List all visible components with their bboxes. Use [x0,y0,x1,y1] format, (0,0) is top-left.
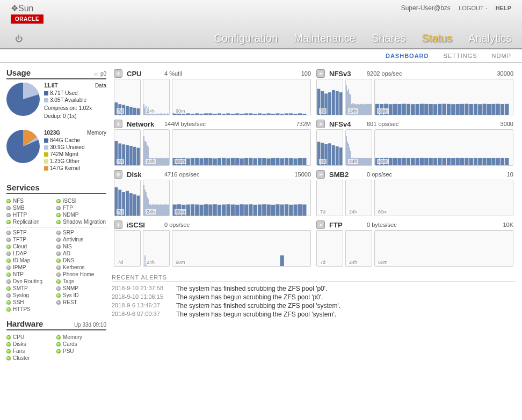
spark-60m[interactable]: 60m [374,180,513,216]
service-srp[interactable]: SRP [56,229,106,236]
weather-icon[interactable]: ☀ [114,69,122,78]
service-phone-home[interactable]: Phone Home [56,271,106,278]
spark-60m[interactable]: 60m [374,129,513,166]
spark-7d[interactable]: 7d [316,180,343,216]
service-kerberos[interactable]: Kerberos [56,264,106,271]
nav-maintenance[interactable]: Maintenance [294,32,356,45]
svg-rect-119 [487,104,491,115]
service-ssh[interactable]: SSH [6,299,56,306]
spark-24h[interactable]: 24h [143,180,170,216]
svg-rect-168 [231,158,235,165]
spark-24h[interactable]: 24h [143,230,170,267]
svg-rect-38 [195,113,199,115]
svg-rect-211 [367,158,367,165]
weather-icon[interactable]: ☀ [114,120,122,128]
service-https[interactable]: HTTPS [6,306,56,313]
spark-7d[interactable]: 7d [316,79,343,115]
subnav-settings[interactable]: SETTINGS [444,53,477,59]
service-tags[interactable]: Tags [56,278,106,285]
service-ftp[interactable]: FTP [56,204,106,211]
service-cpu[interactable]: CPU [6,334,56,341]
weather-icon[interactable]: ☀ [114,220,122,229]
weather-icon[interactable]: ☀ [114,170,122,179]
expand-icon[interactable]: ▭ [94,71,99,77]
service-nis[interactable]: NIS [56,243,106,250]
service-id-map[interactable]: ID Map [6,257,56,264]
service-psu[interactable]: PSU [56,348,106,355]
service-ldap[interactable]: LDAP [6,250,56,257]
subnav-dashboard[interactable]: DASHBOARD [386,53,429,59]
service-replication[interactable]: Replication [6,218,56,225]
graph-max: 3000 [501,121,513,127]
service-ndmp[interactable]: NDMP [56,211,106,218]
spark-24h[interactable]: 24h [143,129,170,166]
spark-24h[interactable]: 24h [345,180,372,216]
service-cards[interactable]: Cards [56,341,106,348]
spark-7d[interactable]: 7d [114,79,141,115]
service-tftp[interactable]: TFTP [6,236,56,243]
alert-message: The system has finished scrubbing the ZF… [176,285,327,292]
power-icon[interactable]: ⏻ [15,34,23,43]
status-led [6,266,11,270]
spark-7d[interactable]: 7d [316,230,343,267]
svg-rect-230 [438,158,441,165]
spark-24h[interactable]: 24h [345,230,372,267]
weather-icon[interactable]: ☀ [316,120,325,128]
svg-rect-298 [267,204,271,216]
service-iscsi[interactable]: iSCSI [56,197,106,204]
service-dns[interactable]: DNS [56,257,106,264]
logout-link[interactable]: LOGOUT [459,5,483,11]
nav-status[interactable]: Status [422,32,452,45]
service-snmp[interactable]: SNMP [56,285,106,292]
service-cloud[interactable]: Cloud [6,243,56,250]
spark-60m[interactable]: 60m [172,230,311,267]
service-sys-id[interactable]: Sys ID [56,292,106,299]
spark-7d[interactable]: 7d [114,180,141,216]
spark-7d[interactable]: 7d [316,129,343,166]
service-disks[interactable]: Disks [6,341,56,348]
spark-24h[interactable]: 24h [143,79,170,115]
spark-7d[interactable]: 7d [114,230,141,267]
service-dyn-routing[interactable]: Dyn Routing [6,278,56,285]
help-link[interactable]: HELP [496,5,511,11]
service-memory[interactable]: Memory [56,334,106,341]
svg-rect-24 [160,114,161,115]
weather-icon[interactable]: ☀ [316,170,325,179]
spark-60m[interactable]: 60m [374,79,513,115]
spark-7d[interactable]: 7d [114,129,141,166]
spark-24h[interactable]: 24h [345,129,372,166]
spark-24h[interactable]: 24h [345,79,372,115]
svg-rect-239 [478,158,482,165]
nav-configuration[interactable]: Configuration [214,32,278,45]
service-rest[interactable]: REST [56,299,106,306]
service-shadow-migration[interactable]: Shadow Migration [56,218,106,225]
status-led [56,238,61,242]
spark-60m[interactable]: 60m [374,230,513,267]
svg-rect-204 [359,158,360,165]
service-ipmp[interactable]: IPMP [6,264,56,271]
status-led [6,286,11,291]
service-smb[interactable]: SMB [6,204,56,211]
nav-shares[interactable]: Shares [372,32,405,45]
subnav-ndmp[interactable]: NDMP [492,53,511,59]
weather-icon[interactable]: ☀ [316,220,325,229]
service-http[interactable]: HTTP [6,211,56,218]
logo-area: ❖Sun ORACLE [11,3,44,24]
service-fans[interactable]: Fans [6,348,56,355]
spark-60m[interactable]: 60m [172,129,311,166]
service-syslog[interactable]: Syslog [6,292,56,299]
service-ntp[interactable]: NTP [6,271,56,278]
svg-rect-90 [368,104,368,115]
weather-icon[interactable]: ☀ [316,69,325,78]
service-smtp[interactable]: SMTP [6,285,56,292]
spark-60m[interactable]: 60m [172,79,311,115]
service-sftp[interactable]: SFTP [6,229,56,236]
alert-message: The system has begun scrubbing the ZFS p… [176,311,336,318]
svg-rect-83 [360,104,361,115]
nav-analytics[interactable]: Analytics [468,32,511,45]
service-ad[interactable]: AD [56,250,106,257]
spark-60m[interactable]: 60m [172,180,311,216]
service-cluster[interactable]: Cluster [6,355,56,362]
service-nfs[interactable]: NFS [6,197,56,204]
service-antivirus[interactable]: Antivirus [56,236,106,243]
